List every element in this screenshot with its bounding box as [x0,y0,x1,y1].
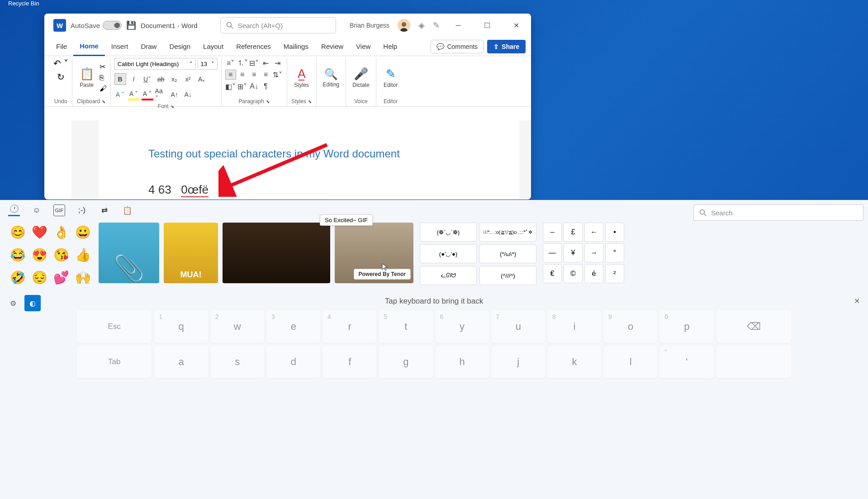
key-esc[interactable]: Esc [77,310,152,343]
emoji-tab[interactable]: ☺ [31,204,43,216]
emoji-item[interactable]: 😍 [30,245,49,264]
symbol-item[interactable]: — [543,243,562,262]
emoji-item[interactable]: 😔 [30,268,49,287]
key-u[interactable]: 7u [492,310,545,343]
maximize-button[interactable]: ☐ [477,18,498,33]
superscript-button[interactable]: x² [182,73,194,85]
share-button[interactable]: ⇪ Share [487,40,526,53]
line-spacing-button[interactable]: ⇅˅ [272,70,283,80]
symbol-item[interactable]: © [564,264,583,283]
symbol-item[interactable]: • [605,223,624,242]
subscript-button[interactable]: x₂ [169,73,180,85]
symbol-item[interactable]: € [543,264,562,283]
strikethrough-button[interactable]: ab [155,73,167,85]
recycle-bin-label[interactable]: Recycle Bin [8,0,39,7]
justify-button[interactable]: ≡ [261,70,271,80]
close-panel-button[interactable]: ✕ [854,297,860,305]
symbol-item[interactable]: ¥ [564,243,583,262]
symbols-tab[interactable]: ⇄ [99,204,110,216]
align-center-button[interactable]: ≡ [237,70,248,80]
copy-icon[interactable]: ⎘ [100,74,107,82]
key-p[interactable]: 0p [660,310,713,343]
key-k[interactable]: k [548,346,601,378]
emoji-search-input[interactable]: Search [693,204,863,221]
change-case-button[interactable]: Aa ˅ [155,89,167,100]
comments-button[interactable]: 💬 Comments [431,40,484,53]
key-h[interactable]: h [436,346,489,378]
keyboard-hint[interactable]: Tap keyboard to bring it back ✕ [0,290,868,310]
menu-design[interactable]: Design [163,37,197,56]
multilevel-button[interactable]: ⊟˅ [249,58,260,68]
premium-icon[interactable]: ◈ [418,20,425,30]
align-right-button[interactable]: ≡ [249,70,260,80]
kaomoji-item[interactable]: ✲ﾟ*:. .:o(≧▽≦)o .:.:*ﾟ✲ [479,223,536,242]
gif-item[interactable]: Powered By Tenor [335,223,413,283]
shading-button[interactable]: ◧˅ [225,81,236,91]
dictate-button[interactable]: 🎤 Dictate [350,62,372,94]
menu-mailings[interactable]: Mailings [277,37,315,56]
increase-indent-button[interactable]: ⇥ [272,58,283,68]
page[interactable]: Testing out special characters in my Wor… [99,120,519,200]
key-w[interactable]: 2w [211,310,264,343]
font-size-dropdown[interactable]: 13˅ [198,58,218,70]
highlight-button[interactable]: A ˅ [128,89,140,100]
bullets-button[interactable]: ≡˅ [225,58,236,68]
username[interactable]: Brian Burgess [350,22,389,29]
key-q[interactable]: 1q [154,310,208,343]
symbol-item[interactable]: ² [605,264,624,283]
symbol-item[interactable]: → [584,243,603,262]
format-painter-icon[interactable]: 🖌 [100,85,107,93]
emoji-item[interactable]: 👍 [73,245,92,264]
kaomoji-item[interactable]: (^///^) [479,266,536,285]
key-y[interactable]: 6y [436,310,489,343]
decrease-indent-button[interactable]: ⇤ [261,58,271,68]
grow-font-button[interactable]: A↑ [169,89,180,100]
menu-draw[interactable]: Draw [134,37,163,56]
menu-references[interactable]: References [230,37,277,56]
key-s[interactable]: s [211,346,264,378]
minimize-button[interactable]: ─ [448,18,469,33]
autosave-toggle[interactable]: Off [103,21,122,30]
key-backspace[interactable]: ⌫ [716,310,791,343]
menu-home[interactable]: Home [73,37,105,56]
menu-help[interactable]: Help [377,37,403,56]
search-input[interactable]: Search (Alt+Q) [220,17,336,33]
key-a[interactable]: a [154,346,208,378]
gif-item[interactable]: 📎 [99,223,159,283]
editor-button[interactable]: ✎ Editor [380,62,402,94]
symbol-item[interactable]: é [584,264,603,283]
close-button[interactable]: ✕ [506,18,526,33]
cut-icon[interactable]: ✂ [100,62,107,71]
emoji-item[interactable]: 💕 [52,268,71,287]
gif-item[interactable] [223,223,330,283]
menu-layout[interactable]: Layout [197,37,230,56]
styles-button[interactable]: A̲ Styles [291,62,313,94]
key-apostrophe[interactable]: "' [660,346,713,378]
clipboard-tab[interactable]: 📋 [121,204,133,216]
key-l[interactable]: l [604,346,657,378]
recent-tab[interactable]: 🕐 [8,204,20,216]
key-r[interactable]: 4r [323,310,376,343]
menu-view[interactable]: View [350,37,377,56]
gif-tab[interactable]: GIF [53,204,65,216]
borders-button[interactable]: ⊞˅ [237,81,248,91]
key-d[interactable]: d [267,346,320,378]
emoji-item[interactable]: 😊 [8,223,27,242]
key-i[interactable]: 8i [548,310,601,343]
symbol-item[interactable]: ° [605,243,624,262]
emoji-item[interactable]: 😀 [73,223,92,242]
key-g[interactable]: g [379,346,432,378]
numbering-button[interactable]: ⒈˅ [237,58,248,68]
undo-icon[interactable]: ↶ ˅ [53,58,68,69]
kaomoji-item[interactable]: ᓚᘏᗢ [420,266,477,285]
kaomoji-item[interactable]: (●'◡'●) [420,244,477,263]
emoji-item[interactable]: 🤣 [8,268,27,287]
kaomoji-item[interactable]: (*/ω\*) [479,244,536,263]
editing-button[interactable]: 🔍 Editing [320,62,342,94]
align-left-button[interactable]: ≡ [225,70,236,80]
text-effects-button[interactable]: A ˅ [114,89,126,100]
symbol-item[interactable]: – [543,223,562,242]
gif-item[interactable]: MUA! [164,223,218,283]
key-e[interactable]: 3e [267,310,320,343]
key-j[interactable]: j [492,346,545,378]
